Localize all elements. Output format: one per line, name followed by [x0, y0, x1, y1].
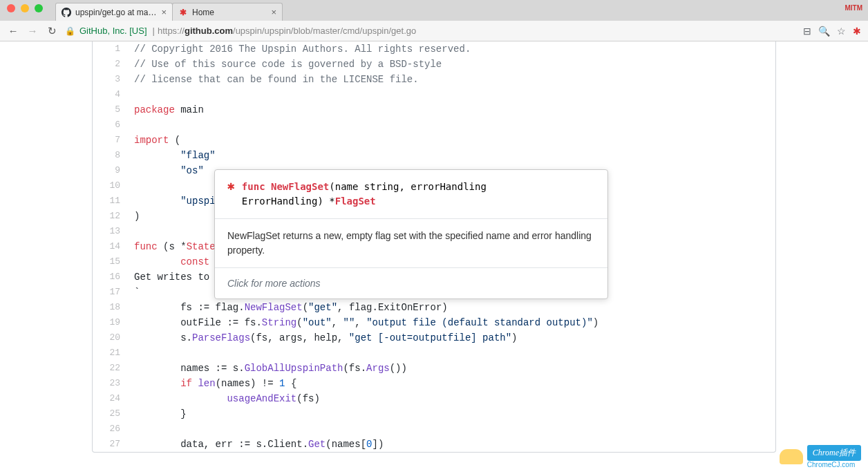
- search-icon[interactable]: 🔍: [818, 26, 830, 37]
- mac-zoom-button[interactable]: [35, 4, 43, 12]
- back-button[interactable]: ←: [7, 25, 19, 37]
- code-line[interactable]: 22 names := s.GlobAllUpspinPath(fs.Args(…: [93, 361, 775, 376]
- line-number[interactable]: 22: [93, 361, 127, 376]
- line-content[interactable]: }: [127, 406, 775, 421]
- address-bar[interactable]: 🔒 GitHub, Inc. [US] | https://github.com…: [65, 26, 796, 36]
- mac-close-button[interactable]: [7, 4, 15, 12]
- code-line[interactable]: 3// license that can be found in the LIC…: [93, 72, 775, 87]
- mac-window-controls: [7, 4, 43, 12]
- line-content[interactable]: data, err := s.Client.Get(names[0]): [127, 437, 775, 452]
- symbol-hover-popover: ✱ func NewFlagSet(name string, errorHand…: [214, 169, 608, 299]
- line-content[interactable]: [127, 421, 775, 437]
- mac-minimize-button[interactable]: [21, 4, 29, 12]
- toolbar-right-icons: ⊟ 🔍 ☆ ✱: [803, 26, 861, 37]
- code-line[interactable]: 4: [93, 87, 775, 102]
- line-number[interactable]: 13: [93, 224, 127, 239]
- reload-button[interactable]: ↻: [46, 25, 58, 37]
- line-number[interactable]: 15: [93, 254, 127, 269]
- browser-tab-github[interactable]: upspin/get.go at master · ups ×: [55, 3, 173, 21]
- line-number[interactable]: 2: [93, 57, 127, 72]
- code-line[interactable]: 2// Use of this source code is governed …: [93, 57, 775, 72]
- code-line[interactable]: 24 usageAndExit(fs): [93, 391, 775, 406]
- bookmark-star-icon[interactable]: ☆: [837, 26, 846, 37]
- line-content[interactable]: "flag": [127, 148, 775, 163]
- tab-close-icon[interactable]: ×: [271, 7, 276, 17]
- line-content[interactable]: outFile := fs.String("out", "", "output …: [127, 315, 775, 330]
- mitm-badge: MITM: [845, 4, 862, 12]
- line-number[interactable]: 17: [93, 285, 127, 300]
- code-line[interactable]: 19 outFile := fs.String("out", "", "outp…: [93, 315, 775, 330]
- ev-cert-name: GitHub, Inc. [US]: [79, 26, 147, 36]
- line-content[interactable]: // Use of this source code is governed b…: [127, 57, 775, 72]
- line-number[interactable]: 10: [93, 178, 127, 193]
- line-number[interactable]: 19: [93, 315, 127, 330]
- line-content[interactable]: import (: [127, 133, 775, 148]
- browser-toolbar: ← → ↻ 🔒 GitHub, Inc. [US] | https://gith…: [0, 21, 868, 41]
- url-text: https://github.com/upspin/upspin/blob/ma…: [158, 26, 416, 36]
- code-line[interactable]: 1// Copyright 2016 The Upspin Authors. A…: [93, 41, 775, 57]
- line-number[interactable]: 18: [93, 300, 127, 315]
- line-number[interactable]: 7: [93, 133, 127, 148]
- line-number[interactable]: 14: [93, 239, 127, 254]
- line-content[interactable]: s.ParseFlags(fs, args, help, "get [-out=…: [127, 330, 775, 345]
- github-icon: [62, 8, 71, 17]
- line-content[interactable]: package main: [127, 102, 775, 117]
- tab-close-icon[interactable]: ×: [161, 7, 167, 17]
- code-line[interactable]: 18 fs := flag.NewFlagSet("get", flag.Exi…: [93, 300, 775, 315]
- line-number[interactable]: 9: [93, 163, 127, 178]
- line-number[interactable]: 20: [93, 330, 127, 345]
- line-number[interactable]: 21: [93, 345, 127, 361]
- watermark-url: ChromeCJ.com: [807, 461, 855, 468]
- line-content[interactable]: [127, 345, 775, 361]
- popover-description: NewFlagSet returns a new, empty flag set…: [215, 218, 607, 267]
- code-line[interactable]: 8 "flag": [93, 148, 775, 163]
- code-line[interactable]: 26: [93, 421, 775, 437]
- browser-tab-home[interactable]: ✱ Home ×: [172, 3, 283, 21]
- line-number[interactable]: 25: [93, 406, 127, 421]
- line-number[interactable]: 1: [93, 41, 127, 57]
- code-line[interactable]: 27 data, err := s.Client.Get(names[0]): [93, 437, 775, 452]
- line-number[interactable]: 4: [93, 87, 127, 102]
- code-line[interactable]: 21: [93, 345, 775, 361]
- popover-signature: ✱ func NewFlagSet(name string, errorHand…: [215, 170, 607, 218]
- popover-more-actions[interactable]: Click for more actions: [215, 267, 607, 298]
- code-line[interactable]: 20 s.ParseFlags(fs, args, help, "get [-o…: [93, 330, 775, 345]
- code-line[interactable]: 5package main: [93, 102, 775, 117]
- line-content[interactable]: // license that can be found in the LICE…: [127, 72, 775, 87]
- signature-text: func NewFlagSet(name string, errorHandli…: [242, 180, 487, 209]
- code-line[interactable]: 7import (: [93, 133, 775, 148]
- line-number[interactable]: 12: [93, 209, 127, 224]
- line-number[interactable]: 3: [93, 72, 127, 87]
- tab-title: upspin/get.go at master · ups: [75, 8, 158, 17]
- watermark-label: Chrome插件: [807, 445, 861, 461]
- browser-tab-strip: upspin/get.go at master · ups × ✱ Home ×: [0, 0, 868, 21]
- line-content[interactable]: names := s.GlobAllUpspinPath(fs.Args()): [127, 361, 775, 376]
- line-content[interactable]: // Copyright 2016 The Upspin Authors. Al…: [127, 41, 775, 57]
- line-content[interactable]: fs := flag.NewFlagSet("get", flag.ExitOn…: [127, 300, 775, 315]
- snail-icon: [780, 449, 803, 464]
- line-number[interactable]: 27: [93, 437, 127, 452]
- line-number[interactable]: 11: [93, 193, 127, 209]
- line-number[interactable]: 24: [93, 391, 127, 406]
- code-line[interactable]: 25 }: [93, 406, 775, 421]
- line-content[interactable]: if len(names) != 1 {: [127, 376, 775, 391]
- line-content[interactable]: [127, 117, 775, 133]
- forward-button[interactable]: →: [26, 25, 39, 37]
- line-number[interactable]: 8: [93, 148, 127, 163]
- code-line[interactable]: 6: [93, 117, 775, 133]
- line-content[interactable]: usageAndExit(fs): [127, 391, 775, 406]
- lock-icon: 🔒: [65, 26, 75, 36]
- watermark: Chrome插件 ChromeCJ.com: [780, 445, 861, 468]
- tab-title: Home: [192, 8, 268, 17]
- reader-icon[interactable]: ⊟: [803, 26, 811, 37]
- line-number[interactable]: 5: [93, 102, 127, 117]
- url-separator: |: [153, 26, 155, 36]
- line-content[interactable]: [127, 87, 775, 102]
- line-number[interactable]: 6: [93, 117, 127, 133]
- asterisk-icon: ✱: [227, 180, 235, 192]
- line-number[interactable]: 16: [93, 269, 127, 285]
- line-number[interactable]: 26: [93, 421, 127, 437]
- line-number[interactable]: 23: [93, 376, 127, 391]
- code-line[interactable]: 23 if len(names) != 1 {: [93, 376, 775, 391]
- extension-icon[interactable]: ✱: [853, 26, 861, 37]
